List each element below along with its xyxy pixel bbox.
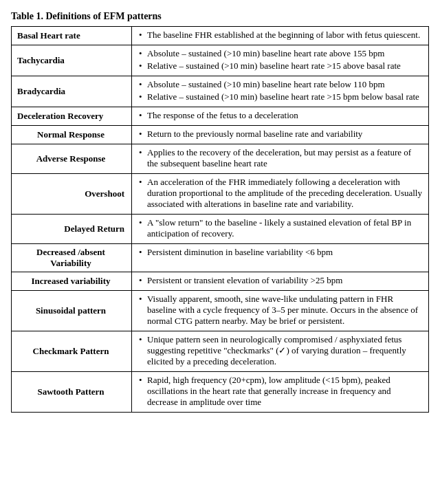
table-row: Delayed ReturnA "slow return" to the bas… xyxy=(12,215,429,244)
row-description: Return to the previously normal baseline… xyxy=(132,126,429,144)
table-row: Normal ResponseReturn to the previously … xyxy=(12,126,429,144)
label-line: Variability xyxy=(50,258,91,268)
row-label: Sinusoidal pattern xyxy=(12,291,132,331)
list-item: Visually apparent, smooth, sine wave-lik… xyxy=(138,294,423,327)
row-description: Absolute – sustained (>10 min) baseline … xyxy=(132,76,429,107)
row-description: Unique pattern seen in neurologically co… xyxy=(132,331,429,372)
table-row: BradycardiaAbsolute – sustained (>10 min… xyxy=(12,76,429,107)
table-row: Adverse ResponseApplies to the recovery … xyxy=(12,144,429,174)
row-label: Bradycardia xyxy=(12,76,132,107)
row-label: Sawtooth Pattern xyxy=(12,372,132,413)
list-item: Applies to the recovery of the decelerat… xyxy=(138,147,423,169)
list-item: Absolute – sustained (>10 min) baseline … xyxy=(138,48,423,59)
list-item: Absolute – sustained (>10 min) baseline … xyxy=(138,79,423,90)
label-line: Decreased /absent xyxy=(36,247,105,257)
row-label: Adverse Response xyxy=(12,144,132,174)
row-description: The response of the fetus to a decelerat… xyxy=(132,107,429,126)
table-title: Table 1. Definitions of EFM patterns xyxy=(11,11,429,22)
row-description: An acceleration of the FHR immediately f… xyxy=(132,174,429,215)
row-description: The baseline FHR established at the begi… xyxy=(132,27,429,45)
row-label: Normal Response xyxy=(12,126,132,144)
list-item: Return to the previously normal baseline… xyxy=(138,129,423,140)
row-description: Applies to the recovery of the decelerat… xyxy=(132,144,429,174)
table-row: Basal Heart rateThe baseline FHR establi… xyxy=(12,27,429,45)
row-description: A "slow return" to the baseline - likely… xyxy=(132,215,429,244)
row-label: Tachycardia xyxy=(12,45,132,76)
table-row: Deceleration RecoveryThe response of the… xyxy=(12,107,429,126)
list-item: Unique pattern seen in neurologically co… xyxy=(138,334,423,367)
row-label: Decreased /absentVariability xyxy=(12,244,132,272)
list-item: A "slow return" to the baseline - likely… xyxy=(138,217,423,239)
row-label: Deceleration Recovery xyxy=(12,107,132,126)
row-description: Persistent diminution in baseline variab… xyxy=(132,244,429,272)
row-description: Visually apparent, smooth, sine wave-lik… xyxy=(132,291,429,331)
row-label: Overshoot xyxy=(12,174,132,215)
table-row: Sawtooth PatternRapid, high frequency (2… xyxy=(12,372,429,413)
row-label: Basal Heart rate xyxy=(12,27,132,45)
table-row: TachycardiaAbsolute – sustained (>10 min… xyxy=(12,45,429,76)
row-label: Delayed Return xyxy=(12,215,132,244)
list-item: Relative – sustained (>10 min) baseline … xyxy=(138,91,423,102)
row-description: Absolute – sustained (>10 min) baseline … xyxy=(132,45,429,76)
table-row: Sinusoidal patternVisually apparent, smo… xyxy=(12,291,429,331)
row-description: Persistent or transient elevation of var… xyxy=(132,272,429,291)
list-item: An acceleration of the FHR immediately f… xyxy=(138,177,423,210)
list-item: Rapid, high frequency (20+cpm), low ampl… xyxy=(138,375,423,408)
list-item: Persistent or transient elevation of var… xyxy=(138,275,423,286)
row-label: Increased variability xyxy=(12,272,132,291)
table-row: Increased variabilityPersistent or trans… xyxy=(12,272,429,291)
list-item: Relative – sustained (>10 min) baseline … xyxy=(138,61,423,72)
list-item: Persistent diminution in baseline variab… xyxy=(138,247,423,258)
row-description: Rapid, high frequency (20+cpm), low ampl… xyxy=(132,372,429,413)
table-row: OvershootAn acceleration of the FHR imme… xyxy=(12,174,429,215)
definitions-table: Basal Heart rateThe baseline FHR establi… xyxy=(11,26,429,413)
row-label: Checkmark Pattern xyxy=(12,331,132,372)
list-item: The baseline FHR established at the begi… xyxy=(138,30,423,41)
list-item: The response of the fetus to a decelerat… xyxy=(138,110,423,121)
table-row: Decreased /absentVariabilityPersistent d… xyxy=(12,244,429,272)
table-row: Checkmark PatternUnique pattern seen in … xyxy=(12,331,429,372)
